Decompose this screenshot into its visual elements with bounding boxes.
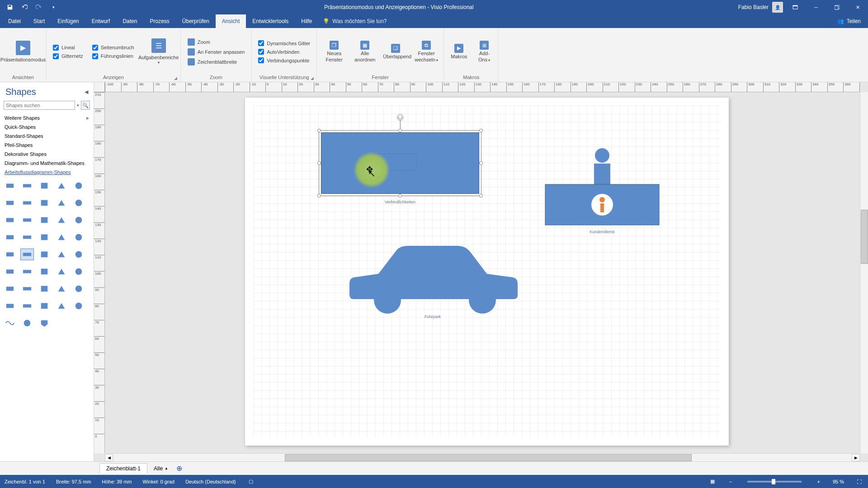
checkbox-fuehrungslinien[interactable]: Führungslinien: [92, 53, 134, 59]
ruler-horizontal[interactable]: -100-90-80-70-60-50-40-30-20-10010203040…: [105, 82, 860, 92]
tab-daten[interactable]: Daten: [116, 14, 143, 28]
stencil-shape[interactable]: [55, 249, 68, 260]
cat-weitere-shapes[interactable]: Weitere Shapes▶: [0, 113, 94, 122]
praesentationsmodus-button[interactable]: ▶ Präsentationsmodus: [4, 39, 42, 65]
stencil-shape[interactable]: [4, 215, 16, 225]
tab-einfuegen[interactable]: Einfügen: [51, 14, 85, 28]
stencil-shape[interactable]: [38, 249, 51, 260]
scrollbar-vertical[interactable]: [860, 92, 868, 453]
status-language[interactable]: Deutsch (Deutschland): [185, 479, 236, 484]
fit-window-button[interactable]: An Fenster anpassen: [186, 48, 246, 56]
resize-handle-se[interactable]: [479, 194, 483, 197]
shapes-pane-collapse[interactable]: ◀: [85, 89, 88, 95]
view-presentation-button[interactable]: ▦: [708, 478, 717, 485]
checkbox-autoverbinden[interactable]: AutoVerbinden: [258, 49, 310, 55]
stencil-shape[interactable]: [72, 249, 85, 260]
fit-page-button[interactable]: ⛶: [855, 478, 863, 485]
stencil-shape[interactable]: [4, 232, 16, 243]
tab-hilfe[interactable]: Hilfe: [295, 14, 318, 28]
stencil-shape[interactable]: [38, 283, 51, 294]
tab-ueberpruefen[interactable]: Überprüfen: [176, 14, 216, 28]
scrollbar-v-thumb[interactable]: [861, 210, 868, 264]
close-button[interactable]: ✕: [847, 0, 868, 14]
tab-entwurf[interactable]: Entwurf: [85, 14, 117, 28]
drawing-page[interactable]: ✥↖ Verbindlichkeiten Kundendienst: [245, 98, 729, 446]
checkbox-dyn-gitter[interactable]: Dynamisches Gitter: [258, 40, 310, 46]
stencil-shape[interactable]: [21, 266, 33, 277]
stencil-shape[interactable]: [4, 197, 16, 208]
tab-start[interactable]: Start: [27, 14, 51, 28]
checkbox-lineal[interactable]: Lineal: [53, 45, 83, 51]
stencil-shape[interactable]: [55, 266, 68, 277]
checkbox-verbindungspunkte[interactable]: Verbindungspunkte: [258, 57, 310, 63]
stencil-shape[interactable]: [4, 300, 16, 311]
stencil-shape[interactable]: [4, 180, 16, 191]
cat-pfeil-shapes[interactable]: Pfeil-Shapes: [0, 141, 94, 150]
qat-customize-button[interactable]: ▾: [47, 1, 60, 13]
ruler-vertical[interactable]: 2102001901801701601501401301201101009080…: [94, 92, 105, 453]
zoom-out-button[interactable]: −: [727, 478, 734, 485]
stencil-shape[interactable]: [4, 318, 16, 328]
stencil-shape[interactable]: [21, 215, 33, 225]
stencil-shape[interactable]: [38, 300, 51, 311]
stencil-shape[interactable]: [72, 180, 85, 191]
resize-handle-w[interactable]: [317, 161, 321, 165]
resize-handle-e[interactable]: [479, 161, 483, 165]
cat-arbeitsfluss-shapes[interactable]: Arbeitsflussdiagramm-Shapes: [0, 168, 94, 177]
ribbon-display-options-button[interactable]: [785, 0, 806, 14]
stencil-shape[interactable]: [38, 266, 51, 277]
rotation-handle[interactable]: [397, 114, 403, 121]
minimize-button[interactable]: ─: [806, 0, 826, 14]
shape-fuhrpark[interactable]: [347, 242, 519, 316]
zoom-level[interactable]: 95 %: [833, 479, 844, 484]
resize-handle-ne[interactable]: [479, 129, 483, 132]
share-button[interactable]: 👥 Teilen: [830, 14, 868, 28]
checkbox-seitenumbruch[interactable]: Seitenumbruch: [92, 45, 134, 51]
stencil-shape[interactable]: [38, 215, 51, 225]
stencil-shape[interactable]: [38, 318, 51, 328]
stencil-shape[interactable]: [21, 232, 33, 243]
macro-record-button[interactable]: ▢: [247, 478, 255, 485]
stencil-shape[interactable]: [55, 283, 68, 294]
stencil-shape[interactable]: [72, 266, 85, 277]
search-dropdown[interactable]: ▾: [77, 103, 79, 108]
stencil-shape[interactable]: [55, 180, 68, 191]
stencil-shape[interactable]: [72, 197, 85, 208]
visuell-launcher[interactable]: ◢: [309, 75, 315, 81]
scroll-left-button[interactable]: ◀: [105, 454, 113, 461]
stencil-shape[interactable]: [55, 197, 68, 208]
stencil-shape[interactable]: [21, 180, 33, 191]
stencil-shape[interactable]: [55, 215, 68, 225]
shapes-search-button[interactable]: 🔍: [81, 101, 90, 110]
stencil-shape[interactable]: [38, 180, 51, 191]
scrollbar-horizontal[interactable]: ◀ ▶: [105, 453, 860, 461]
cat-dekorative-shapes[interactable]: Dekorative Shapes: [0, 150, 94, 159]
zoom-button[interactable]: Zoom: [186, 38, 246, 46]
stencil-shape[interactable]: [72, 215, 85, 225]
save-button[interactable]: [4, 1, 16, 13]
zoom-in-button[interactable]: +: [815, 478, 821, 485]
stencil-shape[interactable]: [72, 300, 85, 311]
stencil-shape[interactable]: [4, 283, 16, 294]
tab-entwicklertools[interactable]: Entwicklertools: [246, 14, 295, 28]
zoom-slider[interactable]: [747, 481, 802, 483]
sheet-all-button[interactable]: Alle▲: [149, 464, 173, 474]
resize-handle-n[interactable]: [398, 129, 402, 132]
stencil-shape[interactable]: [21, 300, 33, 311]
ueberlappend-button[interactable]: ❏Überlappend: [382, 43, 409, 61]
page-width-button[interactable]: Zeichenblattbreite: [186, 58, 246, 66]
cat-standard-shapes[interactable]: Standard-Shapes: [0, 131, 94, 141]
stencil-shape[interactable]: [4, 266, 16, 277]
anzeigen-launcher[interactable]: ◢: [173, 75, 179, 81]
shapes-search-input[interactable]: [4, 101, 75, 110]
maximize-button[interactable]: [826, 0, 847, 14]
scroll-right-button[interactable]: ▶: [852, 454, 860, 461]
undo-button[interactable]: [18, 1, 31, 13]
tab-prozess[interactable]: Prozess: [143, 14, 175, 28]
addons-button[interactable]: ⊞Add-Ons ▾: [474, 40, 495, 63]
makros-button[interactable]: ▶Makros: [448, 43, 470, 61]
stencil-shape[interactable]: [4, 249, 16, 260]
add-sheet-button[interactable]: ⊕: [175, 464, 184, 474]
alle-anordnen-button[interactable]: ▦Alle anordnen: [351, 40, 378, 63]
shape-selection-box[interactable]: [319, 130, 481, 196]
